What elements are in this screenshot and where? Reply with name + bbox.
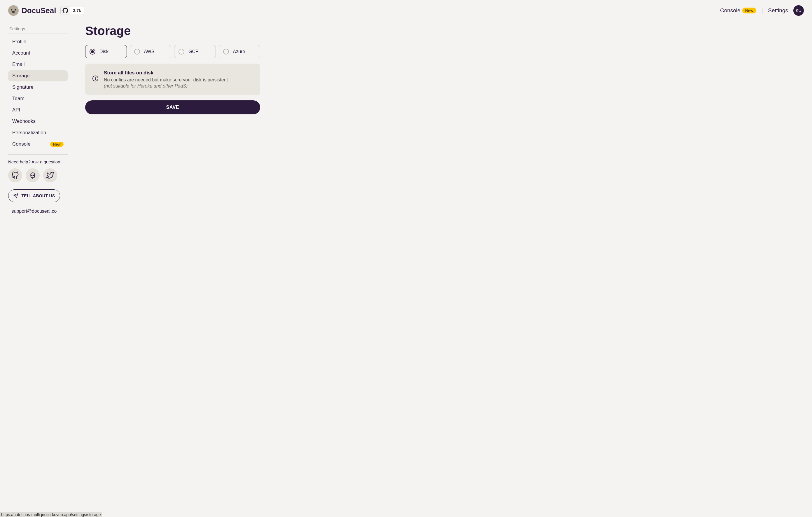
radio-label: AWS — [144, 49, 154, 54]
sidebar-item-personalization[interactable]: Personalization — [8, 127, 68, 138]
avatar[interactable]: KU — [793, 5, 804, 16]
brand-logo[interactable]: DocuSeal — [8, 5, 56, 16]
info-title: Store all files on disk — [104, 70, 228, 76]
sidebar-divider — [8, 154, 68, 155]
info-note: (not suitable for Heroku and other PaaS) — [104, 83, 228, 89]
tell-button-label: TELL ABOUT US — [21, 194, 55, 198]
tell-about-us-button[interactable]: TELL ABOUT US — [8, 189, 60, 202]
svg-point-0 — [31, 175, 32, 176]
github-star-count: 2.7k — [70, 8, 84, 13]
sidebar-item-label: API — [12, 107, 20, 113]
sidebar-item-label: Email — [12, 62, 25, 67]
github-icon — [61, 6, 70, 15]
info-content: Store all files on disk No configs are n… — [104, 70, 228, 89]
header: DocuSeal 2.7k Console New | Settings KU — [0, 0, 812, 18]
sidebar-item-label: Account — [12, 50, 30, 56]
github-stars-pill[interactable]: 2.7k — [60, 6, 84, 15]
otter-icon — [8, 5, 19, 16]
help-text: Need help? Ask a question: — [8, 159, 68, 164]
info-box: Store all files on disk No configs are n… — [85, 64, 260, 95]
discord-social-icon[interactable] — [26, 168, 40, 182]
info-desc: No configs are needed but make sure your… — [104, 77, 228, 83]
github-social-icon[interactable] — [8, 168, 22, 182]
storage-option-disk[interactable]: Disk — [85, 45, 127, 58]
support-email-link[interactable]: support@docuseal.co — [8, 209, 60, 214]
sidebar-item-signature[interactable]: Signature — [8, 82, 68, 93]
social-row — [8, 168, 68, 182]
header-right: Console New | Settings KU — [720, 5, 804, 16]
sidebar-item-webhooks[interactable]: Webhooks — [8, 116, 68, 127]
storage-option-gcp[interactable]: GCP — [174, 45, 216, 58]
twitter-social-icon[interactable] — [43, 168, 57, 182]
console-new-badge: New — [742, 7, 756, 13]
radio-label: GCP — [188, 49, 199, 54]
sidebar-heading: Settings — [8, 24, 68, 34]
page-title: Storage — [85, 24, 260, 38]
svg-point-1 — [33, 175, 34, 176]
sidebar-item-console[interactable]: ConsoleNew — [8, 139, 68, 150]
header-left: DocuSeal 2.7k — [8, 5, 84, 16]
info-icon — [92, 75, 98, 82]
storage-options-row: DiskAWSGCPAzure — [85, 45, 260, 58]
sidebar-item-label: Personalization — [12, 130, 46, 136]
send-icon — [13, 193, 18, 198]
sidebar-item-profile[interactable]: Profile — [8, 36, 68, 47]
sidebar-item-label: Storage — [12, 73, 30, 79]
sidebar: Settings ProfileAccountEmailStorageSigna… — [8, 24, 68, 214]
sidebar-item-email[interactable]: Email — [8, 59, 68, 70]
storage-option-azure[interactable]: Azure — [219, 45, 260, 58]
sidebar-item-account[interactable]: Account — [8, 48, 68, 59]
sidebar-item-label: Team — [12, 96, 25, 102]
radio-icon — [223, 49, 229, 55]
nav-settings[interactable]: Settings — [768, 7, 788, 14]
status-bar-url: https://nutritious-molli-justin-koveb.ap… — [0, 512, 102, 517]
radio-icon — [90, 49, 95, 55]
radio-label: Disk — [99, 49, 109, 54]
radio-label: Azure — [233, 49, 245, 54]
nav-console[interactable]: Console New — [720, 7, 756, 14]
storage-option-aws[interactable]: AWS — [130, 45, 172, 58]
sidebar-item-label: Profile — [12, 39, 26, 45]
main: Storage DiskAWSGCPAzure Store all files … — [85, 24, 260, 214]
sidebar-item-label: Webhooks — [12, 118, 36, 124]
radio-icon — [178, 49, 184, 55]
sidebar-item-team[interactable]: Team — [8, 93, 68, 104]
brand-name: DocuSeal — [22, 6, 56, 15]
sidebar-item-storage[interactable]: Storage — [8, 70, 68, 81]
nav-divider: | — [761, 7, 763, 14]
sidebar-item-api[interactable]: API — [8, 105, 68, 116]
sidebar-item-badge: New — [50, 142, 64, 147]
radio-icon — [134, 49, 140, 55]
nav-console-label: Console — [720, 7, 741, 14]
sidebar-item-label: Console — [12, 141, 30, 147]
sidebar-item-label: Signature — [12, 84, 33, 90]
content: Settings ProfileAccountEmailStorageSigna… — [0, 18, 812, 220]
save-button[interactable]: SAVE — [85, 100, 260, 114]
